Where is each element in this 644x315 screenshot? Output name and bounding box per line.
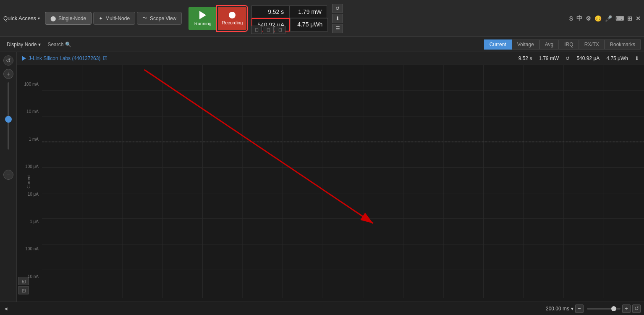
device-name: J-Link Silicon Labs (440137263): [29, 55, 100, 61]
tab-voltage[interactable]: Voltage: [512, 39, 539, 50]
tab-irq[interactable]: IRQ: [559, 39, 579, 50]
tab-current[interactable]: Current: [484, 39, 512, 50]
single-node-label: Single-Node: [58, 16, 86, 21]
stat-time: 9.52 s: [251, 5, 289, 18]
y-label-100ma: 100 mA: [18, 82, 40, 87]
system-icon-7: ⊞: [627, 15, 632, 22]
chart-save-icon[interactable]: ⬇: [635, 55, 639, 61]
svg-line-24: [144, 70, 373, 223]
view-buttons-group: ⬤ Single-Node ✦ Multi-Node 〜 Scope View: [45, 12, 182, 25]
bottom-icon-2[interactable]: ◳: [18, 286, 29, 294]
single-node-button[interactable]: ⬤ Single-Node: [45, 12, 92, 25]
current-axis-label: Current: [26, 174, 31, 188]
display-node-chevron: ▾: [38, 42, 41, 47]
chart-stat-time: 9.52 s: [518, 55, 532, 61]
device-checkbox-icon: ☑: [103, 55, 107, 61]
zoom-handle[interactable]: [5, 116, 12, 123]
time-per-div: 200.00 ms ▾ −: [546, 304, 584, 313]
y-label-100na: 100 nA: [18, 247, 40, 251]
bottom-left-icons: ◱ ◳: [18, 277, 29, 294]
system-icons: S 中 ⚙ 😊 🎤 ⌨ ⊞ ✕: [569, 15, 641, 22]
run-record-group: Running Recording: [188, 7, 246, 30]
bottom-bar: ◄ 200.00 ms ▾ − + ↺: [0, 302, 644, 315]
display-node-label: Display Node: [7, 42, 37, 47]
record-button[interactable]: Recording: [218, 7, 246, 30]
top-toolbar: Quick Access ▾ ⬤ Single-Node ✦ Multi-Nod…: [0, 0, 644, 37]
y-label-100ua: 100 μA: [18, 164, 40, 169]
zoom-slider[interactable]: [8, 82, 9, 166]
time-per-div-label: 200.00 ms: [546, 306, 569, 312]
system-icon-6: ⌨: [615, 15, 624, 22]
quick-access-button[interactable]: Quick Access ▾: [3, 15, 40, 21]
system-icon-1: S: [569, 15, 573, 22]
play-icon: [199, 11, 206, 19]
device-triangle-icon: [22, 56, 26, 61]
save-button[interactable]: ⬇: [332, 14, 343, 23]
y-label-1ma: 1 mA: [18, 137, 40, 142]
scroll-left-button[interactable]: ◄: [3, 306, 8, 312]
scope-view-button[interactable]: 〜 Scope View: [137, 12, 182, 25]
main-area: ↺ + − J-Link Silicon Labs (440137263) ☑ …: [0, 52, 644, 302]
second-toolbar: Display Node ▾ Search 🔍 Current Voltage …: [0, 37, 644, 52]
zoom-out-button[interactable]: −: [575, 304, 584, 313]
multi-node-button[interactable]: ✦ Multi-Node: [93, 12, 135, 25]
device-indicator: J-Link Silicon Labs (440137263) ☑: [22, 55, 107, 61]
chevron-down-icon: ▾: [38, 16, 40, 21]
scope-view-label: Scope View: [150, 16, 176, 21]
undo-button[interactable]: ↺: [332, 4, 343, 13]
scope-icon: 〜: [142, 15, 147, 22]
sub-toolbar: ☐ ☐ ☐: [251, 26, 285, 34]
stat-energy: 4.75 μWh: [290, 18, 328, 32]
zoom-minus-button[interactable]: −: [3, 170, 13, 180]
zoom-in-button[interactable]: +: [622, 304, 631, 313]
stat-power: 1.79 mW: [289, 5, 327, 18]
tab-avg[interactable]: Avg: [539, 39, 559, 50]
list-button[interactable]: ☰: [332, 24, 343, 33]
sub-icon-btn-3[interactable]: ☐: [275, 26, 285, 34]
y-label-10ma: 10 mA: [18, 109, 40, 114]
run-button[interactable]: Running: [188, 7, 217, 30]
chart-top-stats: 9.52 s 1.79 mW ↺ 540.92 μA 4.75 μWh ⬇: [518, 55, 639, 61]
reset-zoom-button[interactable]: ↺: [632, 304, 641, 313]
bottom-icon-1[interactable]: ◱: [18, 277, 29, 285]
tab-group: Current Voltage Avg IRQ RX/TX Bookmarks: [484, 39, 641, 50]
tab-bookmarks[interactable]: Bookmarks: [605, 39, 641, 50]
single-node-icon: ⬤: [50, 16, 56, 21]
chart-undo-icon[interactable]: ↺: [565, 55, 570, 61]
zoom-plus-button[interactable]: +: [3, 69, 13, 79]
search-label: Search: [47, 42, 63, 47]
system-icon-8: ✕: [636, 15, 641, 22]
time-per-div-chevron: ▾: [571, 306, 573, 312]
sub-icon-btn-1[interactable]: ☐: [251, 26, 262, 34]
logo-area: S 中 ⚙ 😊 🎤 ⌨ ⊞ ✕: [569, 15, 641, 22]
system-icon-3: ⚙: [586, 15, 591, 22]
chart-header: J-Link Silicon Labs (440137263) ☑ 9.52 s…: [17, 52, 644, 65]
system-icon-4: 😊: [594, 15, 602, 22]
chart-stat-current: 540.92 μA: [576, 55, 599, 61]
search-icon: 🔍: [65, 42, 71, 47]
zoom-controls: + ↺: [587, 304, 641, 313]
record-label: Recording: [222, 20, 243, 25]
zoom-handle-horizontal[interactable]: [611, 306, 616, 311]
display-node-button[interactable]: Display Node ▾: [3, 40, 44, 49]
multi-node-icon: ✦: [99, 16, 103, 21]
run-label: Running: [194, 21, 212, 26]
search-area[interactable]: Search 🔍: [47, 42, 71, 47]
record-icon: [229, 12, 236, 18]
y-label-10ua: 10 μA: [18, 192, 40, 197]
chart-container: J-Link Silicon Labs (440137263) ☑ 9.52 s…: [17, 52, 644, 302]
zoom-slider-horizontal[interactable]: [587, 308, 620, 310]
tab-rxtx[interactable]: RX/TX: [579, 39, 605, 50]
sub-icon-btn-2[interactable]: ☐: [263, 26, 274, 34]
zoom-track: [8, 82, 9, 150]
y-axis: 100 mA 10 mA 1 mA 100 μA 10 μA 1 μA 100 …: [17, 82, 42, 302]
chart-stat-power: 1.79 mW: [539, 55, 559, 61]
y-label-1ua: 1 μA: [18, 219, 40, 224]
chart-grid-svg: [42, 65, 644, 298]
system-icon-2: 中: [576, 15, 582, 22]
left-sidebar: ↺ + −: [0, 52, 17, 302]
chart-stat-energy: 4.75 μWh: [606, 55, 628, 61]
multi-node-label: Multi-Node: [105, 16, 130, 21]
undo-zoom-button[interactable]: ↺: [3, 55, 13, 66]
chart-body: 100 mA 10 mA 1 mA 100 μA 10 μA 1 μA 100 …: [17, 65, 644, 298]
